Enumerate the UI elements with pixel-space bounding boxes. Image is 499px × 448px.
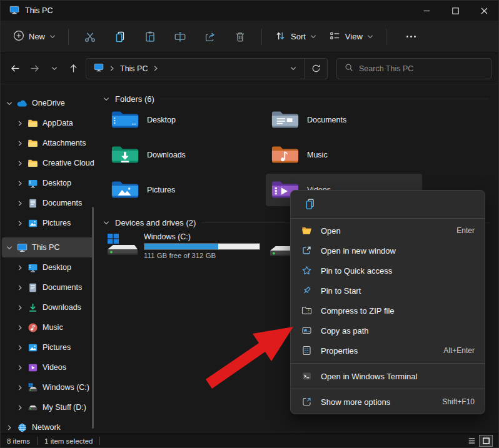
chevron-right-icon[interactable] [17, 384, 23, 391]
chevron-right-icon[interactable] [17, 160, 23, 167]
sidebar-item-desktop-pc[interactable]: Desktop [2, 257, 93, 277]
sidebar-item-pictures-pc[interactable]: Pictures [2, 337, 93, 357]
drive-name: Windows (C:) [144, 232, 260, 241]
new-button[interactable]: New [7, 26, 62, 47]
forward-button[interactable] [25, 59, 44, 79]
menu-item-label: Compress to ZIP file [321, 306, 395, 316]
folder-tile-music[interactable]: Music [266, 139, 422, 171]
sidebar-item-downloads[interactable]: Downloads [2, 297, 93, 317]
chevron-right-icon[interactable] [17, 264, 23, 271]
chevron-right-icon[interactable] [17, 304, 23, 311]
context-menu-item-open[interactable]: Open Enter [291, 221, 485, 241]
see-more-button[interactable] [393, 31, 430, 42]
close-button[interactable] [470, 1, 498, 21]
menu-item-label: Pin to Quick access [321, 266, 392, 276]
recent-locations-button[interactable] [44, 59, 64, 79]
sidebar-item-attachments[interactable]: Attachments [2, 133, 93, 153]
videos-icon [28, 362, 38, 373]
search-icon [345, 63, 353, 74]
context-menu-item-copy-as-path[interactable]: Copy as path [291, 321, 485, 341]
context-menu-item-compress-to-zip[interactable]: Compress to ZIP file [291, 301, 485, 321]
chevron-down-icon[interactable] [6, 100, 13, 107]
folder-tile-documents[interactable]: Documents [266, 104, 422, 136]
chevron-right-icon[interactable] [17, 200, 23, 207]
devices-header-label: Devices and drives (2) [115, 218, 196, 227]
sidebar-item-videos[interactable]: Videos [2, 357, 93, 377]
folder-tile-desktop[interactable]: Desktop [106, 104, 262, 136]
sidebar-item-documents[interactable]: Documents [2, 193, 93, 213]
sidebar-item-this-pc[interactable]: This PC [2, 237, 93, 257]
sidebar-item-windows-c[interactable]: Windows (C:) [2, 377, 93, 397]
folder-tile-pictures[interactable]: Pictures [106, 174, 262, 206]
sidebar-item-creative-cloud[interactable]: Creative Cloud [2, 153, 93, 173]
breadcrumb-this-pc[interactable]: This PC [120, 64, 148, 73]
sidebar-item-documents-pc[interactable]: Documents [2, 277, 93, 297]
chevron-right-icon[interactable] [17, 364, 23, 371]
rename-button[interactable] [166, 26, 194, 48]
copy-button[interactable] [106, 26, 134, 48]
menu-item-shortcut: Alt+Enter [443, 346, 475, 355]
sidebar-item-label: Videos [43, 363, 66, 372]
chevron-right-icon[interactable] [17, 220, 23, 227]
back-button[interactable] [6, 59, 25, 79]
minimize-button[interactable] [412, 1, 441, 21]
copy-icon[interactable] [299, 194, 320, 214]
details-view-button[interactable] [465, 436, 478, 446]
sidebar-item-onedrive[interactable]: OneDrive [2, 93, 93, 113]
context-menu-item-properties[interactable]: Properties Alt+Enter [291, 341, 485, 361]
up-button[interactable] [64, 59, 83, 79]
chevron-right-icon[interactable] [17, 324, 23, 331]
folders-section-header[interactable]: Folders (6) [103, 94, 490, 104]
sidebar-item-my-stuff-d[interactable]: My Stuff (D:) [2, 397, 93, 417]
cut-button[interactable] [76, 26, 104, 48]
music-icon [28, 322, 38, 333]
sidebar-item-desktop[interactable]: Desktop [2, 173, 93, 193]
context-menu-item-show-more-options[interactable]: Show more options Shift+F10 [291, 392, 485, 412]
search-input[interactable] [359, 64, 483, 73]
chevron-right-icon[interactable] [17, 404, 23, 411]
status-bar: 8 items 1 item selected [1, 434, 498, 447]
chevron-right-icon[interactable] [17, 180, 23, 187]
onedrive-cloud-icon [17, 98, 28, 109]
chevron-down-icon[interactable] [103, 219, 109, 226]
drive-tile-windows-c[interactable]: Windows (C:) 111 GB free of 312 GB [106, 232, 270, 263]
status-separator [99, 437, 100, 445]
sidebar-item-pictures[interactable]: Pictures [2, 213, 93, 233]
document-icon [28, 198, 38, 209]
refresh-button[interactable] [305, 59, 327, 79]
documents-folder-icon [271, 108, 300, 132]
chevron-right-icon[interactable] [17, 140, 23, 147]
context-menu-item-open-in-new-window[interactable]: Open in new window [291, 241, 485, 261]
folder-tile-downloads[interactable]: Downloads [106, 139, 262, 171]
chevron-right-icon[interactable] [17, 344, 23, 351]
context-menu-item-pin-to-start[interactable]: Pin to Start [291, 281, 485, 301]
drive-windows-icon [28, 382, 38, 393]
titlebar: This PC [1, 1, 498, 21]
sidebar-item-appdata[interactable]: AppData [2, 113, 93, 133]
chevron-right-icon[interactable] [6, 424, 13, 431]
large-icons-view-button[interactable] [480, 436, 492, 446]
chevron-right-icon[interactable] [17, 120, 23, 127]
chevron-right-icon[interactable] [17, 284, 23, 291]
sidebar-scrollbar[interactable] [92, 207, 94, 429]
chevron-down-icon[interactable] [6, 244, 13, 251]
context-menu-item-pin-to-quick-access[interactable]: Pin to Quick access [291, 261, 485, 281]
delete-button[interactable] [226, 26, 254, 48]
menu-item-label: Open [321, 226, 341, 236]
drive-tile-partial[interactable] [268, 233, 291, 259]
maximize-button[interactable] [441, 1, 470, 21]
address-dropdown-button[interactable] [282, 59, 305, 79]
sidebar-item-music[interactable]: Music [2, 317, 93, 337]
chevron-down-icon[interactable] [103, 96, 109, 102]
address-bar[interactable]: This PC [86, 58, 328, 79]
chevron-right-icon [109, 65, 115, 72]
paste-button[interactable] [136, 26, 164, 48]
share-button[interactable] [196, 26, 224, 48]
sidebar-item-network[interactable]: Network [2, 417, 93, 434]
context-menu-item-open-in-windows-terminal[interactable]: Open in Windows Terminal [291, 366, 485, 386]
plus-circle-icon [13, 30, 24, 43]
properties-icon [301, 346, 312, 356]
view-button[interactable]: View [323, 26, 380, 48]
pictures-icon [28, 342, 38, 353]
sort-button[interactable]: Sort [268, 26, 323, 48]
